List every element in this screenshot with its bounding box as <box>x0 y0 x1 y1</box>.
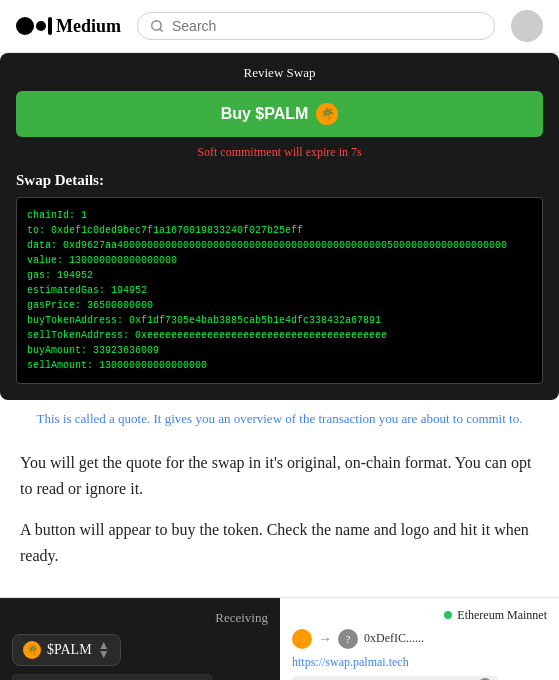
article-paragraph-1: You will get the quote for the swap in i… <box>20 450 539 501</box>
origin-token-icon <box>292 629 312 649</box>
search-icon <box>150 19 164 33</box>
address-row: → ? 0xDefIC...... <box>292 629 547 649</box>
buy-palm-button[interactable]: Buy $PALM 🌴 <box>16 91 543 137</box>
code-line-1: chainId: 1 <box>27 208 532 223</box>
destination-token-icon: ? <box>338 629 358 649</box>
code-line-3: data: 0xd9627aa4000000000000000000000000… <box>27 238 532 253</box>
search-input[interactable] <box>172 18 482 34</box>
token-label: $PALM <box>47 642 92 658</box>
code-block: chainId: 1 to: 0xdef1c0ded9bec7f1a167001… <box>16 197 543 384</box>
amount-input-bar[interactable] <box>12 674 212 680</box>
code-line-2: to: 0xdef1c0ded9bec7f1a1670019833240f027… <box>27 223 532 238</box>
site-url[interactable]: https://swap.palmai.tech <box>292 655 547 670</box>
code-line-8: buyTokenAddress: 0xf1df7305e4bab3885cab5… <box>27 313 532 328</box>
code-line-5: gas: 194952 <box>27 268 532 283</box>
sell-badge-row: 0xDefIC...25EfF : SELL TO UNISWAP i <box>292 676 547 680</box>
chevron-updown-icon: ▲ ▼ <box>98 641 110 658</box>
review-swap-title: Review Swap <box>16 65 543 81</box>
bottom-right-panel: Ethereum Mainnet → ? 0xDefIC...... https… <box>280 598 559 680</box>
code-line-4: value: 130000000000000000 <box>27 253 532 268</box>
buy-button-label: Buy $PALM <box>221 105 309 123</box>
network-label: Ethereum Mainnet <box>457 608 547 623</box>
medium-logo[interactable]: Medium <box>16 16 121 37</box>
swap-card: Review Swap Buy $PALM 🌴 Soft commitment … <box>0 53 559 400</box>
token-selector[interactable]: 🌴 $PALM ▲ ▼ <box>12 634 121 666</box>
code-line-6: estimatedGas: 194952 <box>27 283 532 298</box>
svg-line-1 <box>160 29 163 32</box>
logo-icon <box>16 17 52 35</box>
main-content: Review Swap Buy $PALM 🌴 Soft commitment … <box>0 53 559 680</box>
palm-icon: 🌴 <box>316 103 338 125</box>
code-line-11: sellAmount: 130000000000000000 <box>27 358 532 373</box>
avatar[interactable] <box>511 10 543 42</box>
code-line-7: gasPrice: 36500000000 <box>27 298 532 313</box>
code-line-10: buyAmount: 33923636009 <box>27 343 532 358</box>
receiving-label: Receiving <box>12 610 268 626</box>
swap-details-title: Swap Details: <box>16 172 543 189</box>
destination-address: 0xDefIC...... <box>364 631 424 646</box>
green-dot-icon <box>444 611 452 619</box>
bottom-left-panel: Receiving 🌴 $PALM ▲ ▼ Receiving <box>0 598 280 680</box>
token-palm-icon: 🌴 <box>23 641 41 659</box>
bottom-section: Receiving 🌴 $PALM ▲ ▼ Receiving Ethereum… <box>0 597 559 680</box>
network-row: Ethereum Mainnet <box>292 608 547 623</box>
article-paragraph-2: A button will appear to buy the token. C… <box>20 517 539 568</box>
article-body: You will get the quote for the swap in i… <box>0 438 559 596</box>
arrow-right-icon: → <box>318 631 332 647</box>
sell-badge: 0xDefIC...25EfF : SELL TO UNISWAP i <box>292 676 498 680</box>
soft-commitment-text: Soft commitment will expire in 7s <box>16 145 543 160</box>
search-bar[interactable] <box>137 12 495 40</box>
code-line-9: sellTokenAddress: 0xeeeeeeeeeeeeeeeeeeee… <box>27 328 532 343</box>
quote-caption: This is called a quote. It gives you an … <box>0 400 559 438</box>
logo-text: Medium <box>56 16 121 37</box>
header: Medium <box>0 0 559 53</box>
swap-details: Swap Details: chainId: 1 to: 0xdef1c0ded… <box>16 172 543 384</box>
